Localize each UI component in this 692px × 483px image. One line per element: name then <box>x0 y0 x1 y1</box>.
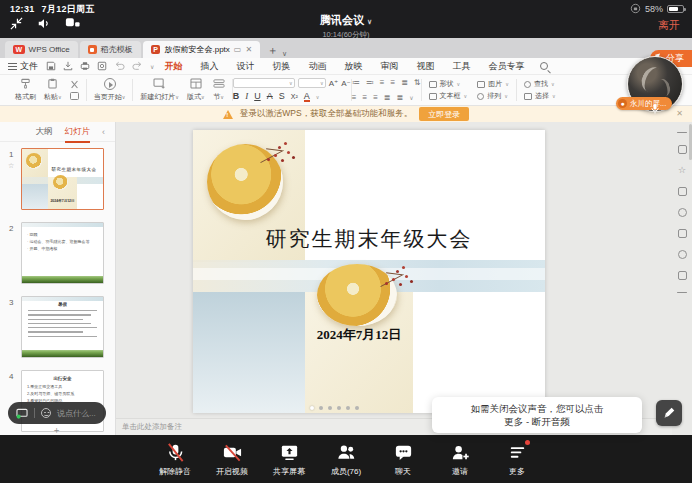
arrange-button[interactable]: 排列∨ <box>477 91 509 101</box>
emoji-icon[interactable] <box>41 408 51 418</box>
presenter-name-badge[interactable]: ● 永川的屏... <box>616 97 672 110</box>
close-tab-icon[interactable]: ✕ <box>245 45 252 54</box>
bold-button[interactable]: B <box>233 91 240 101</box>
select-button[interactable]: 选择∨ <box>524 91 556 101</box>
tab-view[interactable]: 视图 <box>416 60 434 73</box>
find-button[interactable]: 查找∨ <box>524 79 556 89</box>
tab-tools[interactable]: 工具 <box>452 60 470 73</box>
slide-thumbnail-2[interactable]: · 回顾 · 运动会、羽毛球比赛、迎新晚会等 · 开题、中期考核 <box>21 222 104 284</box>
tab-animation[interactable]: 动画 <box>308 60 326 73</box>
properties-pane-icon[interactable] <box>678 145 687 154</box>
more-button[interactable]: 更多 <box>495 442 539 477</box>
annotate-button[interactable] <box>656 400 682 426</box>
invite-button[interactable]: 邀请 <box>438 442 482 477</box>
undo-icon[interactable] <box>114 61 125 71</box>
tab-docer-templates[interactable]: 稻壳模板 <box>80 41 141 58</box>
chat-pill-handle-icon[interactable]: ＋ <box>52 424 61 437</box>
help-pane-icon[interactable] <box>678 208 687 217</box>
animation-pane-icon[interactable] <box>678 187 687 196</box>
unmute-button[interactable]: 解除静音 <box>153 442 197 477</box>
more-panes-icon[interactable] <box>677 292 687 293</box>
start-video-button[interactable]: 开启视频 <box>210 442 254 477</box>
tab-member-exclusive[interactable]: 会员专享 <box>488 60 524 73</box>
bullet-list-icon[interactable]: ≔ <box>352 78 360 87</box>
design-carousel-dots[interactable] <box>310 406 359 410</box>
wps-menu-bar: 文件 ∨ 开始 插入 设计 切换 动画 放映 审阅 视图 工具 会员专享 <box>0 58 692 75</box>
banner-close-icon[interactable]: ✕ <box>676 109 683 118</box>
collapse-panel-icon[interactable]: ‹ <box>102 127 105 137</box>
cut-icon[interactable] <box>70 80 79 89</box>
comments-pane-icon[interactable] <box>678 229 687 238</box>
decrease-indent-icon[interactable]: ≡ <box>380 78 385 87</box>
textbox-button[interactable]: 文本框∨ <box>429 91 468 101</box>
comment-icon[interactable]: ▭ <box>234 45 242 54</box>
increase-indent-icon[interactable]: ≡ <box>390 78 395 87</box>
output-icon[interactable] <box>63 61 73 71</box>
chat-input-placeholder[interactable]: 说点什么... <box>57 408 96 419</box>
superscript-button[interactable]: X² <box>291 93 298 100</box>
chat-button[interactable]: 聊天 <box>381 442 425 477</box>
decrease-font-icon[interactable]: A⁻ <box>341 79 351 88</box>
align-right-icon[interactable]: ≡ <box>373 93 378 102</box>
save-icon[interactable] <box>46 61 56 71</box>
quick-chat-pill[interactable]: 说点什么... <box>8 402 106 424</box>
paragraph-more-chevron-icon[interactable]: ∨ <box>409 94 413 101</box>
tab-list-chevron-icon[interactable]: ∨ <box>282 50 287 58</box>
tab-home[interactable]: 开始 <box>164 60 182 73</box>
shadow-button[interactable]: S <box>279 91 285 101</box>
shapes-button[interactable]: 形状∨ <box>429 79 468 89</box>
new-tab-button[interactable]: ＋ <box>267 43 278 58</box>
thumb-title: 出行安全 <box>22 376 103 381</box>
copy-icon[interactable] <box>70 92 79 100</box>
paste-button[interactable]: 粘贴∨ <box>44 77 62 103</box>
tab-review[interactable]: 审阅 <box>380 60 398 73</box>
font-size-select[interactable]: ∨ <box>298 78 326 88</box>
justify-icon[interactable]: ≣ <box>384 93 391 102</box>
members-button[interactable]: 成员(76) <box>324 442 368 477</box>
slide-layout-button[interactable]: 版式∨ <box>187 77 205 103</box>
font-family-select[interactable]: ∨ <box>233 78 295 88</box>
tab-slides[interactable]: 幻灯片 <box>65 126 91 138</box>
align-left-icon[interactable]: ≡ <box>352 93 357 102</box>
tab-design[interactable]: 设计 <box>236 60 254 73</box>
italic-button[interactable]: I <box>245 91 248 101</box>
new-slide-icon <box>153 78 166 89</box>
preview-icon[interactable] <box>97 61 107 71</box>
columns-icon[interactable]: ≣ <box>401 78 408 87</box>
favorites-pane-icon[interactable]: ☆ <box>678 166 686 175</box>
distribute-icon[interactable]: ≣ <box>397 93 404 102</box>
tab-insert[interactable]: 插入 <box>200 60 218 73</box>
tab-transition[interactable]: 切换 <box>272 60 290 73</box>
slide-thumbnail-1[interactable]: 研究生期末年级大会 2024年7月12日 <box>21 148 104 210</box>
format-painter-button[interactable]: 格式刷 <box>15 77 36 103</box>
minimize-pane-icon[interactable] <box>677 132 687 133</box>
slide-thumbnail-3[interactable]: 暑假 <box>21 296 104 358</box>
play-from-current-button[interactable]: 当页开始∨ <box>94 77 126 103</box>
tab-slideshow[interactable]: 放映 <box>344 60 362 73</box>
share-screen-button[interactable]: 共享屏幕 <box>267 442 311 477</box>
file-menu[interactable]: 文件 <box>8 60 38 73</box>
search-icon[interactable] <box>540 62 548 70</box>
selection-pane-icon[interactable] <box>678 271 687 280</box>
font-color-button[interactable]: A <box>304 92 310 102</box>
leave-meeting-button[interactable]: 离开 <box>658 18 680 33</box>
history-chevron-icon[interactable]: ∨ <box>150 63 154 70</box>
increase-font-icon[interactable]: A⁺ <box>329 79 339 88</box>
align-center-icon[interactable]: ≡ <box>362 93 367 102</box>
login-now-button[interactable]: 立即登录 <box>419 107 469 121</box>
history-pane-icon[interactable] <box>678 250 687 259</box>
redo-icon[interactable] <box>132 61 143 71</box>
tab-presentation-file[interactable]: P 放假前安全会.pptx ▭ ✕ <box>143 41 260 58</box>
underline-button[interactable]: U <box>254 91 261 101</box>
section-button[interactable]: 节∨ <box>213 77 225 103</box>
tab-wps-office[interactable]: W WPS Office <box>5 41 78 58</box>
strikethrough-button[interactable]: A <box>267 91 273 101</box>
picture-button[interactable]: 图片∨ <box>477 79 509 89</box>
print-icon[interactable] <box>80 61 90 71</box>
meeting-title-block[interactable]: 腾讯会议∨ 10:14(60分钟) <box>0 13 692 40</box>
tab-outline[interactable]: 大纲 <box>36 126 53 138</box>
current-slide[interactable]: 研究生期末年级大会 2024年7月12日 <box>193 130 545 413</box>
line-spacing-icon[interactable]: ⇅ <box>414 78 421 87</box>
numbered-list-icon[interactable]: ≕ <box>366 78 374 87</box>
new-slide-button[interactable]: 新建幻灯片∨ <box>140 77 179 103</box>
